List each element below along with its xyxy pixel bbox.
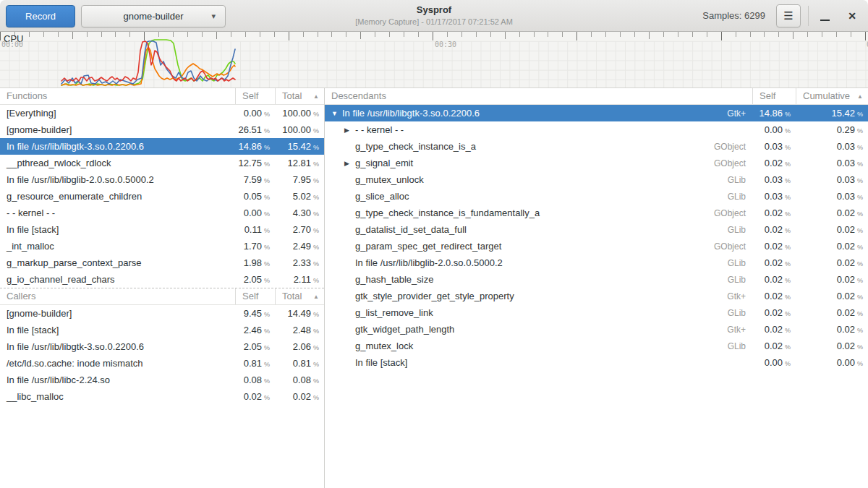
tree-row[interactable]: g_datalist_id_set_data_fullGLib0.02%0.02… <box>325 221 868 238</box>
table-row[interactable]: g_resource_enumerate_children0.05%5.02% <box>0 188 324 205</box>
percent-sign: % <box>785 144 791 151</box>
tree-row[interactable]: In file [stack]0.00%0.00% <box>325 354 868 371</box>
tree-row[interactable]: In file /usr/lib/libglib-2.0.so.0.5000.2… <box>325 254 868 271</box>
percent-sign: % <box>264 328 270 335</box>
tree-row[interactable]: g_mutex_unlockGLib0.03%0.03% <box>325 171 868 188</box>
tree-row[interactable]: g_slice_allocGLib0.03%0.03% <box>325 188 868 205</box>
percent-sign: % <box>785 227 791 234</box>
percent-sign: % <box>313 361 319 368</box>
percent-sign: % <box>264 260 270 267</box>
tree-row[interactable]: g_hash_table_sizeGLib0.02%0.02% <box>325 271 868 288</box>
tree-row[interactable]: g_type_check_instance_is_fundamentally_a… <box>325 205 868 221</box>
percent-sign: % <box>313 111 319 118</box>
tree-row[interactable]: ▶g_signal_emitGObject0.02%0.03% <box>325 155 868 171</box>
percent-sign: % <box>313 194 319 201</box>
self-percent: 2.46% <box>235 325 275 335</box>
percent-sign: % <box>313 227 319 234</box>
menu-button[interactable]: ☰ <box>776 4 801 27</box>
percent-sign: % <box>313 277 319 284</box>
tree-row[interactable]: ▼In file /usr/lib/libgtk-3.so.0.2200.6Gt… <box>325 105 868 121</box>
tree-row[interactable]: g_list_remove_linkGLib0.02%0.02% <box>325 304 868 321</box>
table-row[interactable]: _int_malloc1.70%2.49% <box>0 238 324 254</box>
cumulative-percent: 0.02% <box>796 291 868 301</box>
minimize-button[interactable] <box>816 7 833 25</box>
table-row[interactable]: In file /usr/lib/libc-2.24.so0.08%0.08% <box>0 372 324 388</box>
library-category-badge: GObject <box>714 208 752 218</box>
column-header-total[interactable]: Total ▲ <box>275 288 324 304</box>
function-name: [Everything] <box>0 108 235 119</box>
percent-sign: % <box>857 327 863 334</box>
total-percent: 100.00% <box>275 124 324 135</box>
library-category-badge: GLib <box>728 308 752 318</box>
column-header-functions[interactable]: Functions <box>0 88 235 104</box>
tree-row[interactable]: gtk_style_provider_get_style_propertyGtk… <box>325 288 868 304</box>
library-category-badge: GLib <box>728 275 752 285</box>
table-row[interactable]: [gnome-builder]26.51%100.00% <box>0 121 324 138</box>
table-row[interactable]: In file /usr/lib/libgtk-3.so.0.2200.62.0… <box>0 338 324 355</box>
percent-sign: % <box>857 343 863 351</box>
table-row[interactable]: __pthread_rwlock_rdlock12.75%12.81% <box>0 155 324 171</box>
window-title-block: Sysprof [Memory Capture] - 01/17/2017 07… <box>355 4 513 26</box>
library-category-badge: Gtk+ <box>727 291 752 301</box>
percent-sign: % <box>857 111 863 118</box>
column-header-total[interactable]: Total ▲ <box>275 88 324 104</box>
cumulative-percent: 0.02% <box>796 257 868 268</box>
column-header-self[interactable]: Self <box>752 88 796 104</box>
library-category-badge: Gtk+ <box>727 108 752 119</box>
self-percent: 0.00% <box>235 108 275 119</box>
self-percent: 0.02% <box>235 391 275 402</box>
column-header-descendants[interactable]: Descendants <box>325 88 752 104</box>
table-row[interactable]: In file [stack]0.11%2.70% <box>0 221 324 238</box>
table-row[interactable]: In file /usr/lib/libgtk-3.so.0.2200.614.… <box>0 138 324 155</box>
table-row[interactable]: In file [stack]2.46%2.48% <box>0 322 324 338</box>
table-row[interactable]: - - kernel - -0.00%4.30% <box>0 205 324 221</box>
percent-sign: % <box>264 361 270 368</box>
expander-closed-icon[interactable]: ▶ <box>344 160 355 167</box>
left-pane: Functions Self Total ▲ [Everything]0.00%… <box>0 88 325 488</box>
function-name: In file /usr/lib/libgtk-3.so.0.2200.6 <box>0 341 235 352</box>
expander-open-icon[interactable]: ▼ <box>331 110 342 117</box>
self-percent: 14.86% <box>752 108 796 119</box>
column-header-callers[interactable]: Callers <box>0 288 235 304</box>
function-name: gtk_style_provider_get_style_property <box>355 291 514 301</box>
record-button[interactable]: Record <box>6 5 75 27</box>
table-row[interactable]: [Everything]0.00%100.00% <box>0 105 324 121</box>
tree-row[interactable]: ▶- - kernel - -0.00%0.29% <box>325 121 868 138</box>
tree-row[interactable]: g_mutex_lockGLib0.02%0.02% <box>325 338 868 354</box>
cumulative-percent: 0.02% <box>796 224 868 235</box>
descendant-name-cell: g_list_remove_linkGLib <box>325 307 752 318</box>
column-header-self[interactable]: Self <box>235 88 275 104</box>
tree-row[interactable]: gtk_widget_path_lengthGtk+0.02%0.02% <box>325 321 868 338</box>
self-percent: 0.02% <box>752 241 796 252</box>
self-percent: 0.03% <box>752 141 796 152</box>
total-percent: 2.48% <box>275 325 324 335</box>
function-name: In file [stack] <box>0 224 235 235</box>
percent-sign: % <box>313 377 319 385</box>
self-percent: 0.02% <box>752 324 796 335</box>
headerbar: Record gnome-builder ▾ Sysprof [Memory C… <box>0 0 868 32</box>
column-header-cumulative[interactable]: Cumulative ▲ <box>796 88 868 104</box>
self-percent: 0.02% <box>752 307 796 318</box>
percent-sign: % <box>857 144 863 151</box>
process-selector[interactable]: gnome-builder ▾ <box>81 5 226 27</box>
table-row[interactable]: In file /usr/lib/libglib-2.0.so.0.5000.2… <box>0 171 324 188</box>
close-button[interactable]: ✕ <box>843 7 861 25</box>
table-row[interactable]: g_io_channel_read_chars2.05%2.11% <box>0 271 324 288</box>
percent-sign: % <box>785 194 791 201</box>
column-header-self[interactable]: Self <box>235 288 275 304</box>
function-name: g_signal_emit <box>355 158 413 168</box>
function-name: g_param_spec_get_redirect_target <box>355 241 501 252</box>
total-percent: 15.42% <box>275 141 324 152</box>
cpu-graph[interactable]: CPU 00:00 00:30 01:00 <box>0 32 868 88</box>
table-row[interactable]: g_markup_parse_context_parse1.98%2.33% <box>0 254 324 271</box>
hamburger-icon: ☰ <box>783 9 793 22</box>
table-row[interactable]: [gnome-builder]9.45%14.49% <box>0 305 324 322</box>
function-name: gtk_widget_path_length <box>355 324 454 335</box>
percent-sign: % <box>785 260 791 267</box>
tree-row[interactable]: g_type_check_instance_is_aGObject0.03%0.… <box>325 138 868 155</box>
expander-closed-icon[interactable]: ▶ <box>344 127 355 134</box>
table-row[interactable]: __libc_malloc0.02%0.02% <box>0 388 324 405</box>
tree-row[interactable]: g_param_spec_get_redirect_targetGObject0… <box>325 238 868 254</box>
self-percent: 0.00% <box>752 124 796 135</box>
table-row[interactable]: /etc/ld.so.cache: inode mismatch0.81%0.8… <box>0 355 324 372</box>
